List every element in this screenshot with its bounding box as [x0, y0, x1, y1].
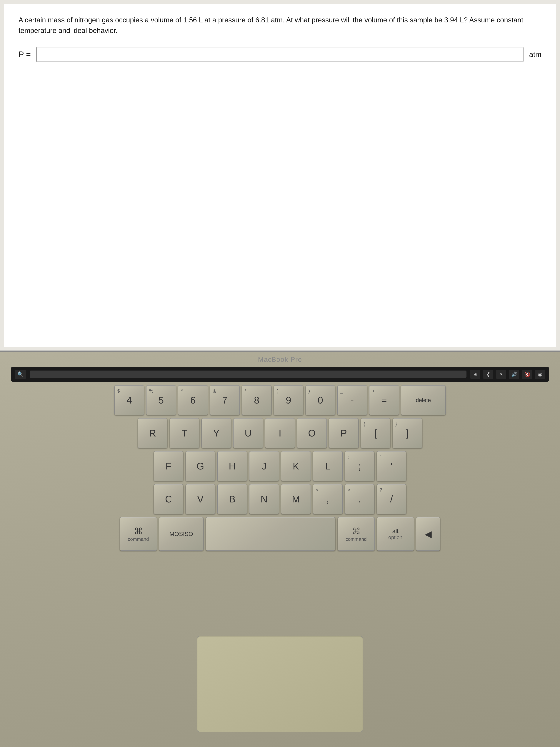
touchbar-icon-volume[interactable]: 🔊	[509, 369, 519, 379]
key-r[interactable]: R	[138, 418, 167, 448]
key-0[interactable]: ) 0	[305, 385, 335, 415]
key-bracket-right[interactable]: } ]	[393, 418, 422, 448]
key-mosiso[interactable]: MOSISO	[159, 517, 204, 550]
key-t[interactable]: T	[170, 418, 199, 448]
atm-unit: atm	[529, 50, 541, 59]
zxcv-row: C V B N M < , > . ? /	[5, 484, 555, 514]
qwerty-row: R T Y U I O P { [	[5, 418, 555, 448]
number-row: $ 4 % 5 ^ 6 & 7 * 8 ( 9	[5, 385, 555, 415]
key-period[interactable]: > .	[345, 484, 374, 514]
key-y[interactable]: Y	[202, 418, 231, 448]
key-space[interactable]	[206, 517, 336, 550]
key-comma[interactable]: < ,	[313, 484, 343, 514]
key-command-left[interactable]: ⌘ command	[120, 517, 157, 550]
bottom-row: ⌘ command MOSISO ⌘ command alt option ◀	[5, 517, 555, 550]
answer-row: P = atm	[19, 47, 541, 62]
key-alt-option[interactable]: alt option	[377, 517, 414, 550]
key-g[interactable]: G	[186, 451, 215, 481]
laptop-body: A certain mass of nitrogen gas occupies …	[0, 0, 560, 747]
touchbar-icon-circle[interactable]: ◉	[535, 369, 545, 379]
key-u[interactable]: U	[233, 418, 263, 448]
answer-input[interactable]	[36, 47, 524, 62]
key-5[interactable]: % 5	[146, 385, 176, 415]
touchbar-search[interactable]: 🔍	[15, 369, 26, 379]
key-p[interactable]: P	[329, 418, 358, 448]
key-8[interactable]: * 8	[242, 385, 271, 415]
trackpad[interactable]	[197, 636, 363, 732]
key-v[interactable]: V	[186, 484, 215, 514]
key-j[interactable]: J	[249, 451, 279, 481]
p-equals-label: P =	[19, 50, 31, 59]
touchbar-icons: ⊞ ❮ ✴ 🔊 🔇 ◉	[470, 369, 545, 379]
touchbar-bar[interactable]	[30, 370, 466, 378]
key-k[interactable]: K	[281, 451, 311, 481]
key-delete[interactable]: delete	[401, 385, 446, 415]
key-minus[interactable]: _ -	[338, 385, 367, 415]
macbook-brand-label: MacBook Pro	[258, 356, 302, 363]
key-b[interactable]: B	[217, 484, 247, 514]
key-f[interactable]: F	[154, 451, 183, 481]
key-c[interactable]: C	[154, 484, 183, 514]
key-9[interactable]: ( 9	[274, 385, 303, 415]
touchbar: 🔍 ⊞ ❮ ✴ 🔊 🔇 ◉	[11, 367, 549, 382]
key-bracket-left[interactable]: { [	[361, 418, 390, 448]
key-quote[interactable]: " '	[377, 451, 406, 481]
key-n[interactable]: N	[249, 484, 279, 514]
asdf-row: F G H J K L : ; " '	[5, 451, 555, 481]
key-arrow-left[interactable]: ◀	[416, 517, 440, 550]
key-4[interactable]: $ 4	[114, 385, 144, 415]
touchbar-icon-screen[interactable]: ⊞	[470, 369, 480, 379]
key-7[interactable]: & 7	[210, 385, 240, 415]
touchbar-icon-mute[interactable]: 🔇	[522, 369, 532, 379]
key-semicolon[interactable]: : ;	[345, 451, 374, 481]
key-slash[interactable]: ? /	[377, 484, 406, 514]
key-equals[interactable]: + =	[369, 385, 399, 415]
screen-area: A certain mass of nitrogen gas occupies …	[0, 0, 560, 352]
touchbar-icon-star[interactable]: ✴	[496, 369, 506, 379]
touchbar-icon-back[interactable]: ❮	[483, 369, 494, 379]
key-o[interactable]: O	[297, 418, 327, 448]
key-6[interactable]: ^ 6	[178, 385, 208, 415]
key-i[interactable]: I	[265, 418, 295, 448]
problem-text: A certain mass of nitrogen gas occupies …	[19, 15, 541, 36]
key-command-right[interactable]: ⌘ command	[338, 517, 375, 550]
key-h[interactable]: H	[217, 451, 247, 481]
key-l[interactable]: L	[313, 451, 343, 481]
screen-content: A certain mass of nitrogen gas occupies …	[4, 4, 556, 347]
key-m[interactable]: M	[281, 484, 311, 514]
